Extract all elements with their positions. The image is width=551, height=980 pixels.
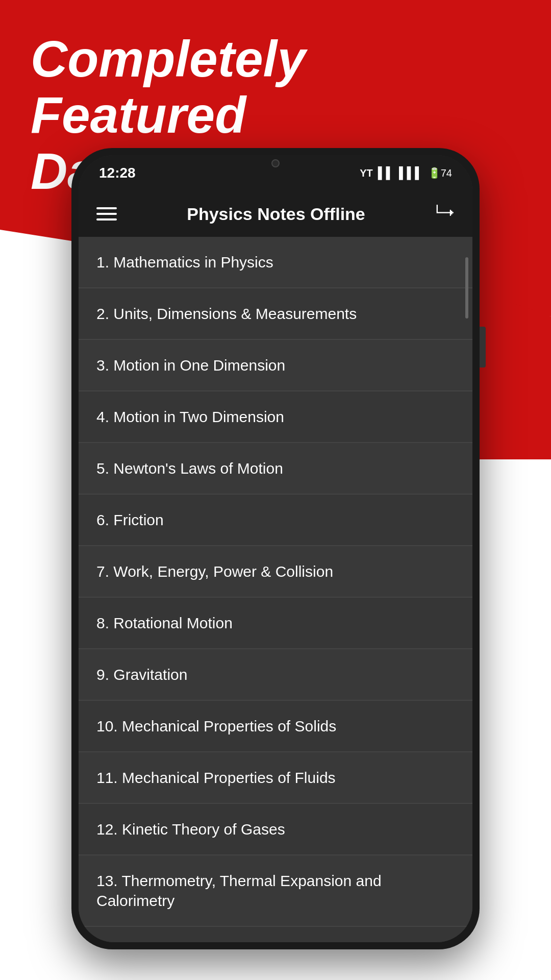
chapter-label: 7. Work, Energy, Power & Collision <box>96 563 333 580</box>
list-item[interactable]: 7. Work, Energy, Power & Collision <box>79 546 472 598</box>
chapter-label: 1. Mathematics in Physics <box>96 254 273 271</box>
status-time: 12:28 <box>99 165 136 181</box>
side-button <box>480 327 486 368</box>
list-item[interactable]: 4. Motion in Two Dimension <box>79 391 472 443</box>
app-bar: Physics Notes Offline ⮡ <box>79 191 472 237</box>
chapter-list: 1. Mathematics in Physics 2. Units, Dime… <box>79 237 472 942</box>
list-item[interactable]: 1. Mathematics in Physics <box>79 237 472 288</box>
list-item[interactable]: 11. Mechanical Properties of Fluids <box>79 752 472 804</box>
youtube-icon: YT <box>360 167 373 179</box>
menu-line-1 <box>96 207 117 209</box>
app-title: Physics Notes Offline <box>187 204 365 224</box>
list-item[interactable]: 3. Motion in One Dimension <box>79 340 472 391</box>
wifi-icon: ▌▌▌ <box>399 166 423 180</box>
list-item[interactable]: 8. Rotational Motion <box>79 598 472 649</box>
list-item[interactable]: 14. Thermodynamic Processes <box>79 927 472 942</box>
chapter-label: 12. Kinetic Theory of Gases <box>96 821 285 838</box>
headline-line1: Completely Featured <box>31 31 520 143</box>
list-item[interactable]: 13. Thermometry, Thermal Expansion and C… <box>79 855 472 927</box>
list-item[interactable]: 9. Gravitation <box>79 649 472 701</box>
list-item[interactable]: 12. Kinetic Theory of Gases <box>79 804 472 855</box>
share-button[interactable]: ⮡ <box>435 203 455 225</box>
notch <box>245 155 306 173</box>
front-camera <box>271 159 280 167</box>
list-item[interactable]: 5. Newton's Laws of Motion <box>79 443 472 495</box>
scroll-indicator[interactable] <box>465 257 468 318</box>
chapter-label: 13. Thermometry, Thermal Expansion and C… <box>96 872 382 909</box>
phone-mockup: 12:28 YT ▌▌ ▌▌▌ 🔋74 Physics Notes Offlin… <box>71 148 480 949</box>
status-bar: 12:28 YT ▌▌ ▌▌▌ 🔋74 <box>79 155 472 191</box>
list-item[interactable]: 6. Friction <box>79 495 472 546</box>
menu-line-2 <box>96 213 117 215</box>
list-item[interactable]: 2. Units, Dimensions & Measurements <box>79 288 472 340</box>
chapter-label: 4. Motion in Two Dimension <box>96 408 284 425</box>
chapter-label: 10. Mechanical Properties of Solids <box>96 718 336 734</box>
chapter-label: 8. Rotational Motion <box>96 615 233 631</box>
chapter-label: 2. Units, Dimensions & Measurements <box>96 305 357 322</box>
signal-icon: ▌▌ <box>378 166 394 180</box>
menu-line-3 <box>96 218 117 220</box>
list-item[interactable]: 10. Mechanical Properties of Solids <box>79 701 472 752</box>
chapter-label: 3. Motion in One Dimension <box>96 357 285 374</box>
battery-icon: 🔋74 <box>428 167 452 179</box>
menu-button[interactable] <box>96 207 117 220</box>
status-icons: YT ▌▌ ▌▌▌ 🔋74 <box>360 166 452 180</box>
chapter-label: 5. Newton's Laws of Motion <box>96 460 283 477</box>
chapter-label: 6. Friction <box>96 511 164 528</box>
chapter-label: 11. Mechanical Properties of Fluids <box>96 769 336 786</box>
chapter-label: 9. Gravitation <box>96 666 187 683</box>
